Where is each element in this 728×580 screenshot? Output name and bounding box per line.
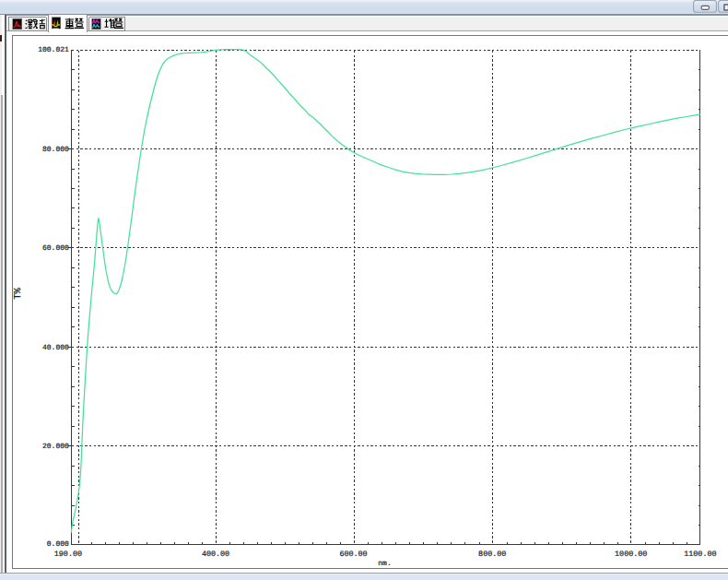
svg-text:T%: T% — [13, 288, 24, 300]
svg-text:1000.00: 1000.00 — [615, 550, 647, 559]
svg-text:40.000: 40.000 — [42, 344, 69, 352]
svg-text:20.000: 20.000 — [42, 443, 69, 451]
svg-text:nm.: nm. — [378, 560, 391, 568]
svg-text:190.00: 190.00 — [54, 550, 82, 559]
svg-text:600.00: 600.00 — [339, 550, 367, 559]
svg-text:100.021: 100.021 — [38, 46, 69, 54]
svg-text:0.000: 0.000 — [47, 540, 69, 549]
svg-text:800.00: 800.00 — [478, 550, 506, 559]
svg-text:60.000: 60.000 — [42, 244, 69, 253]
svg-text:1100.00: 1100.00 — [684, 550, 716, 559]
svg-text:80.000: 80.000 — [42, 146, 69, 154]
svg-text:400.00: 400.00 — [202, 550, 229, 559]
